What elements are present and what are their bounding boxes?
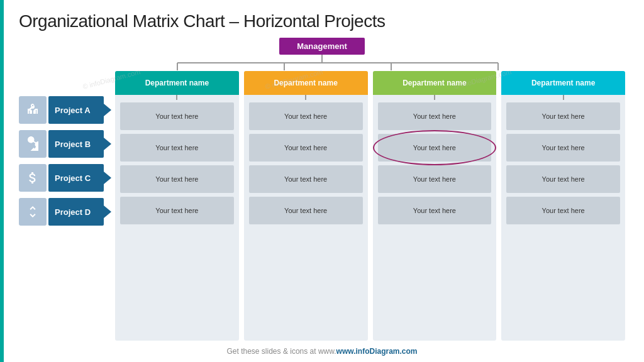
dept-2-header: Department name xyxy=(244,71,368,95)
dept4-proj-d-cell: Your text here xyxy=(506,197,620,224)
dept2-proj-c-cell: Your text here xyxy=(249,165,363,193)
management-section: Management xyxy=(19,38,625,71)
project-c-arrow xyxy=(104,172,111,184)
dept3-proj-a-cell: Your text here xyxy=(378,102,492,130)
project-c-icon xyxy=(19,164,47,192)
project-row-d: Project D xyxy=(19,197,111,227)
h-connector xyxy=(19,62,625,71)
dept1-proj-c-cell: Your text here xyxy=(120,165,234,193)
dept3-proj-b-cell: Your text here xyxy=(378,134,492,162)
dept2-proj-d-cell: Your text here xyxy=(249,197,363,224)
footer-link[interactable]: www.infoDiagram.com xyxy=(336,347,418,356)
dept-3-header: Department name xyxy=(373,71,497,95)
footer: Get these slides & icons at www.www.info… xyxy=(19,344,625,356)
footer-text: Get these slides & icons at www. xyxy=(227,347,336,356)
connectors xyxy=(19,55,625,71)
project-a-arrow xyxy=(104,104,111,116)
project-labels-column: Project A Project B xyxy=(19,95,111,341)
dept-4-connector xyxy=(563,95,564,100)
dept1-proj-d-cell: Your text here xyxy=(120,197,234,224)
chart-area: Management xyxy=(19,38,625,341)
project-b-label: Project B xyxy=(48,130,104,158)
project-c-label: Project C xyxy=(48,164,104,192)
dept-col-1: Department name Your text here Your text… xyxy=(115,71,239,341)
dept4-proj-b-cell: Your text here xyxy=(506,134,620,162)
dept3-proj-d-cell: Your text here xyxy=(378,197,492,224)
project-a-icon xyxy=(19,96,47,124)
main-grid: Project A Project B xyxy=(19,71,625,341)
dept1-proj-a-cell: Your text here xyxy=(120,102,234,130)
dept3-proj-c-cell: Your text here xyxy=(378,165,492,193)
dept-2-connector xyxy=(305,95,306,100)
page-container: Organizational Matrix Chart – Horizontal… xyxy=(0,0,644,362)
project-b-arrow xyxy=(104,138,111,150)
dept2-proj-b-cell: Your text here xyxy=(249,134,363,162)
management-box: Management xyxy=(279,38,364,55)
dept4-proj-c-cell: Your text here xyxy=(506,165,620,193)
mgmt-down-line xyxy=(321,55,323,62)
project-d-icon xyxy=(19,198,47,226)
page-title: Organizational Matrix Chart – Horizontal… xyxy=(19,11,625,31)
dept-2-body: Your text here Your text here Your text … xyxy=(244,100,368,341)
project-b-icon xyxy=(19,130,47,158)
dept-3-body: Your text here Your text here Your text … xyxy=(373,100,497,341)
project-row-c: Project C xyxy=(19,163,111,193)
connector-svg xyxy=(124,62,552,71)
dept-1-connector xyxy=(176,95,177,100)
dept-col-3: Department name Your text here Your text… xyxy=(373,71,497,341)
project-d-arrow xyxy=(104,206,111,218)
dept-col-2: Department name Your text here Your text… xyxy=(244,71,368,341)
project-row-a: Project A xyxy=(19,95,111,125)
dept-1-header: Department name xyxy=(115,71,239,95)
dept-col-4: Department name Your text here Your text… xyxy=(501,71,625,341)
project-row-b: Project B xyxy=(19,129,111,159)
dept1-proj-b-cell: Your text here xyxy=(120,134,234,162)
project-a-label: Project A xyxy=(48,96,104,124)
left-accent-bar xyxy=(0,0,4,362)
dept4-proj-a-cell: Your text here xyxy=(506,102,620,130)
dept-1-body: Your text here Your text here Your text … xyxy=(115,100,239,341)
dept-3-connector xyxy=(434,95,435,100)
project-d-label: Project D xyxy=(48,198,104,226)
dept2-proj-a-cell: Your text here xyxy=(249,102,363,130)
dept-4-body: Your text here Your text here Your text … xyxy=(501,100,625,341)
dept-columns: Department name Your text here Your text… xyxy=(115,71,625,341)
dept-4-header: Department name xyxy=(501,71,625,95)
